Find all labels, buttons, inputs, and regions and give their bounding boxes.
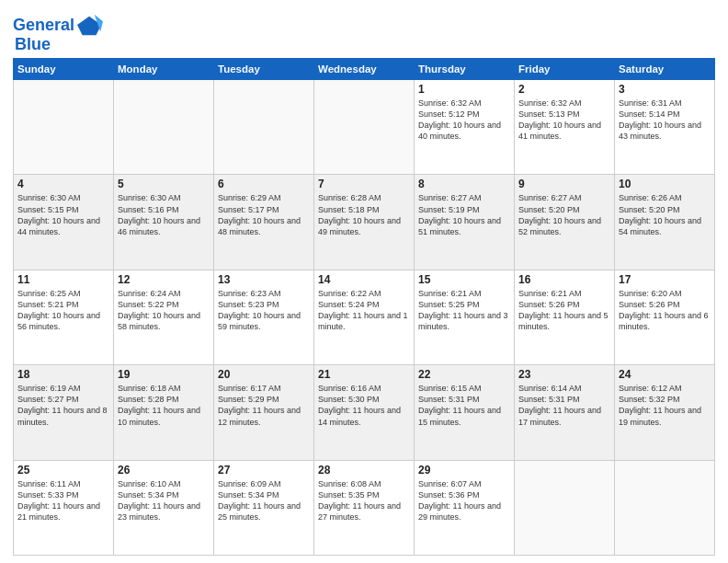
day-info: Sunrise: 6:22 AM Sunset: 5:24 PM Dayligh… bbox=[318, 288, 410, 333]
calendar-cell: 13Sunrise: 6:23 AM Sunset: 5:23 PM Dayli… bbox=[214, 270, 314, 364]
calendar-cell: 17Sunrise: 6:20 AM Sunset: 5:26 PM Dayli… bbox=[615, 270, 715, 364]
calendar-cell: 9Sunrise: 6:27 AM Sunset: 5:20 PM Daylig… bbox=[515, 175, 615, 270]
day-info: Sunrise: 6:15 AM Sunset: 5:31 PM Dayligh… bbox=[418, 383, 510, 428]
calendar-row-1: 4Sunrise: 6:30 AM Sunset: 5:15 PM Daylig… bbox=[14, 175, 715, 270]
day-number: 17 bbox=[619, 273, 711, 286]
day-number: 11 bbox=[17, 273, 109, 286]
day-number: 21 bbox=[318, 368, 410, 381]
logo-text: General bbox=[13, 17, 74, 35]
day-number: 20 bbox=[218, 368, 310, 381]
day-info: Sunrise: 6:26 AM Sunset: 5:20 PM Dayligh… bbox=[619, 192, 711, 237]
weekday-sunday: Sunday bbox=[14, 59, 114, 80]
calendar-table: SundayMondayTuesdayWednesdayThursdayFrid… bbox=[13, 58, 715, 556]
calendar-cell bbox=[515, 460, 615, 555]
day-number: 5 bbox=[118, 178, 210, 190]
calendar-cell bbox=[314, 80, 415, 175]
day-number: 4 bbox=[17, 178, 109, 190]
day-number: 7 bbox=[318, 178, 410, 190]
day-info: Sunrise: 6:07 AM Sunset: 5:36 PM Dayligh… bbox=[418, 478, 510, 523]
calendar-cell: 22Sunrise: 6:15 AM Sunset: 5:31 PM Dayli… bbox=[415, 365, 515, 460]
weekday-thursday: Thursday bbox=[415, 59, 515, 80]
weekday-monday: Monday bbox=[114, 59, 214, 80]
calendar-cell: 11Sunrise: 6:25 AM Sunset: 5:21 PM Dayli… bbox=[14, 270, 114, 364]
day-number: 15 bbox=[418, 273, 510, 286]
day-number: 6 bbox=[218, 178, 310, 190]
day-info: Sunrise: 6:10 AM Sunset: 5:34 PM Dayligh… bbox=[118, 478, 210, 523]
day-info: Sunrise: 6:25 AM Sunset: 5:21 PM Dayligh… bbox=[17, 288, 109, 333]
day-info: Sunrise: 6:30 AM Sunset: 5:15 PM Dayligh… bbox=[17, 192, 109, 237]
day-number: 26 bbox=[118, 464, 210, 477]
day-info: Sunrise: 6:23 AM Sunset: 5:23 PM Dayligh… bbox=[218, 288, 310, 333]
day-info: Sunrise: 6:27 AM Sunset: 5:20 PM Dayligh… bbox=[518, 192, 610, 237]
day-info: Sunrise: 6:32 AM Sunset: 5:12 PM Dayligh… bbox=[418, 98, 510, 143]
day-info: Sunrise: 6:08 AM Sunset: 5:35 PM Dayligh… bbox=[318, 478, 410, 523]
calendar-row-0: 1Sunrise: 6:32 AM Sunset: 5:12 PM Daylig… bbox=[14, 80, 715, 175]
day-info: Sunrise: 6:21 AM Sunset: 5:26 PM Dayligh… bbox=[518, 288, 610, 333]
calendar-cell: 8Sunrise: 6:27 AM Sunset: 5:19 PM Daylig… bbox=[415, 175, 515, 270]
logo-icon bbox=[77, 13, 103, 39]
day-number: 10 bbox=[619, 178, 711, 190]
day-info: Sunrise: 6:30 AM Sunset: 5:16 PM Dayligh… bbox=[118, 192, 210, 237]
day-number: 18 bbox=[17, 368, 109, 381]
day-info: Sunrise: 6:12 AM Sunset: 5:32 PM Dayligh… bbox=[619, 383, 711, 428]
calendar-cell bbox=[14, 80, 114, 175]
calendar-cell: 18Sunrise: 6:19 AM Sunset: 5:27 PM Dayli… bbox=[14, 365, 114, 460]
day-info: Sunrise: 6:27 AM Sunset: 5:19 PM Dayligh… bbox=[418, 192, 510, 237]
weekday-saturday: Saturday bbox=[615, 59, 715, 80]
day-info: Sunrise: 6:09 AM Sunset: 5:34 PM Dayligh… bbox=[218, 478, 310, 523]
day-number: 27 bbox=[218, 464, 310, 477]
day-number: 24 bbox=[619, 368, 711, 381]
day-number: 23 bbox=[518, 368, 610, 381]
calendar-cell: 6Sunrise: 6:29 AM Sunset: 5:17 PM Daylig… bbox=[214, 175, 314, 270]
calendar-cell: 29Sunrise: 6:07 AM Sunset: 5:36 PM Dayli… bbox=[415, 460, 515, 555]
day-info: Sunrise: 6:28 AM Sunset: 5:18 PM Dayligh… bbox=[318, 192, 410, 237]
day-info: Sunrise: 6:21 AM Sunset: 5:25 PM Dayligh… bbox=[418, 288, 510, 333]
day-number: 19 bbox=[118, 368, 210, 381]
day-number: 25 bbox=[17, 464, 109, 477]
day-number: 9 bbox=[518, 178, 610, 190]
day-info: Sunrise: 6:11 AM Sunset: 5:33 PM Dayligh… bbox=[17, 478, 109, 523]
calendar-cell: 16Sunrise: 6:21 AM Sunset: 5:26 PM Dayli… bbox=[515, 270, 615, 364]
calendar-cell: 4Sunrise: 6:30 AM Sunset: 5:15 PM Daylig… bbox=[14, 175, 114, 270]
day-number: 28 bbox=[318, 464, 410, 477]
day-number: 29 bbox=[418, 464, 510, 477]
calendar-cell: 7Sunrise: 6:28 AM Sunset: 5:18 PM Daylig… bbox=[314, 175, 415, 270]
calendar-cell: 23Sunrise: 6:14 AM Sunset: 5:31 PM Dayli… bbox=[515, 365, 615, 460]
day-number: 2 bbox=[518, 83, 610, 96]
day-info: Sunrise: 6:16 AM Sunset: 5:30 PM Dayligh… bbox=[318, 383, 410, 428]
day-number: 3 bbox=[619, 83, 711, 96]
page: General Blue SundayMondayTuesdayWednesda… bbox=[0, 0, 728, 563]
calendar-cell: 21Sunrise: 6:16 AM Sunset: 5:30 PM Dayli… bbox=[314, 365, 415, 460]
calendar-cell: 26Sunrise: 6:10 AM Sunset: 5:34 PM Dayli… bbox=[114, 460, 214, 555]
calendar-row-4: 25Sunrise: 6:11 AM Sunset: 5:33 PM Dayli… bbox=[14, 460, 715, 555]
calendar-cell: 5Sunrise: 6:30 AM Sunset: 5:16 PM Daylig… bbox=[114, 175, 214, 270]
weekday-tuesday: Tuesday bbox=[214, 59, 314, 80]
day-info: Sunrise: 6:14 AM Sunset: 5:31 PM Dayligh… bbox=[518, 383, 610, 428]
day-info: Sunrise: 6:17 AM Sunset: 5:29 PM Dayligh… bbox=[218, 383, 310, 428]
calendar-cell: 28Sunrise: 6:08 AM Sunset: 5:35 PM Dayli… bbox=[314, 460, 415, 555]
calendar-cell: 10Sunrise: 6:26 AM Sunset: 5:20 PM Dayli… bbox=[615, 175, 715, 270]
day-info: Sunrise: 6:32 AM Sunset: 5:13 PM Dayligh… bbox=[518, 98, 610, 143]
day-number: 12 bbox=[118, 273, 210, 286]
header: General Blue bbox=[13, 9, 715, 54]
day-info: Sunrise: 6:24 AM Sunset: 5:22 PM Dayligh… bbox=[118, 288, 210, 333]
calendar-cell bbox=[214, 80, 314, 175]
weekday-friday: Friday bbox=[515, 59, 615, 80]
day-info: Sunrise: 6:29 AM Sunset: 5:17 PM Dayligh… bbox=[218, 192, 310, 237]
calendar-cell: 27Sunrise: 6:09 AM Sunset: 5:34 PM Dayli… bbox=[214, 460, 314, 555]
calendar-cell bbox=[114, 80, 214, 175]
day-number: 1 bbox=[418, 83, 510, 96]
calendar-cell: 1Sunrise: 6:32 AM Sunset: 5:12 PM Daylig… bbox=[415, 80, 515, 175]
calendar-cell: 3Sunrise: 6:31 AM Sunset: 5:14 PM Daylig… bbox=[615, 80, 715, 175]
calendar-row-3: 18Sunrise: 6:19 AM Sunset: 5:27 PM Dayli… bbox=[14, 365, 715, 460]
calendar-cell: 24Sunrise: 6:12 AM Sunset: 5:32 PM Dayli… bbox=[615, 365, 715, 460]
day-number: 14 bbox=[318, 273, 410, 286]
calendar-cell bbox=[615, 460, 715, 555]
weekday-header-row: SundayMondayTuesdayWednesdayThursdayFrid… bbox=[14, 59, 715, 80]
day-number: 22 bbox=[418, 368, 510, 381]
weekday-wednesday: Wednesday bbox=[314, 59, 415, 80]
calendar-cell: 14Sunrise: 6:22 AM Sunset: 5:24 PM Dayli… bbox=[314, 270, 415, 364]
calendar-cell: 15Sunrise: 6:21 AM Sunset: 5:25 PM Dayli… bbox=[415, 270, 515, 364]
day-info: Sunrise: 6:31 AM Sunset: 5:14 PM Dayligh… bbox=[619, 98, 711, 143]
day-number: 13 bbox=[218, 273, 310, 286]
